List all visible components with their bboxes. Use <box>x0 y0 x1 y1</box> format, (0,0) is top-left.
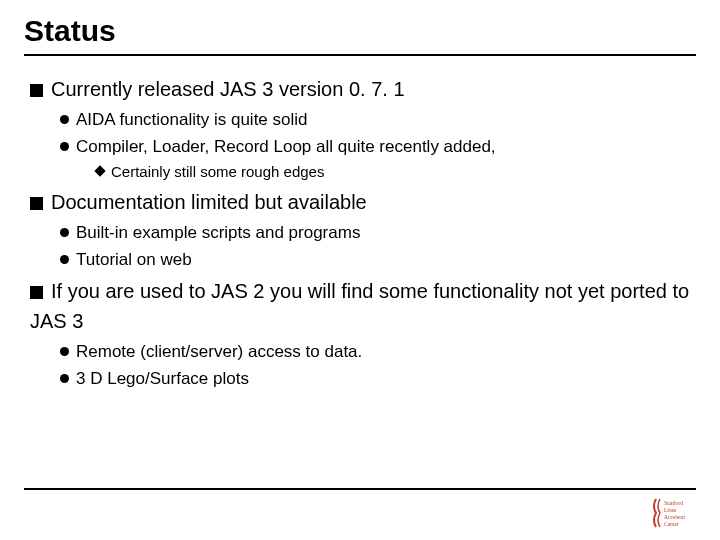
slac-logo: Stanford Linea Accelerat Center <box>650 496 696 530</box>
bullet-l1: Documentation limited but available <box>30 187 696 217</box>
bullet-l2: Tutorial on web <box>60 248 696 273</box>
bullet-text: Built-in example scripts and programs <box>76 223 360 242</box>
dot-bullet-icon <box>60 374 69 383</box>
bullet-l3: Certainly still some rough edges <box>96 161 696 183</box>
logo-text-line: Linea <box>664 507 677 513</box>
logo-icon <box>654 499 660 527</box>
footer-rule <box>24 488 696 490</box>
dot-bullet-icon <box>60 347 69 356</box>
bullet-l2: AIDA functionality is quite solid <box>60 108 696 133</box>
logo-text-line: Center <box>664 521 679 527</box>
bullet-l2: Remote (client/server) access to data. <box>60 340 696 365</box>
diamond-bullet-icon <box>94 166 105 177</box>
bullet-l1: If you are used to JAS 2 you will find s… <box>30 276 696 336</box>
bullet-text: 3 D Lego/Surface plots <box>76 369 249 388</box>
square-bullet-icon <box>30 84 43 97</box>
bullet-text: If you are used to JAS 2 you will find s… <box>30 280 689 332</box>
dot-bullet-icon <box>60 142 69 151</box>
bullet-l2: Compiler, Loader, Record Loop all quite … <box>60 135 696 160</box>
square-bullet-icon <box>30 286 43 299</box>
bullet-l2: 3 D Lego/Surface plots <box>60 367 696 392</box>
slide: Status Currently released JAS 3 version … <box>0 0 720 540</box>
logo-text-line: Accelerat <box>664 514 686 520</box>
slide-title: Status <box>24 14 696 48</box>
slide-content: Currently released JAS 3 version 0. 7. 1… <box>24 74 696 392</box>
logo-text-line: Stanford <box>664 500 683 506</box>
bullet-l1: Currently released JAS 3 version 0. 7. 1 <box>30 74 696 104</box>
dot-bullet-icon <box>60 228 69 237</box>
title-rule <box>24 54 696 56</box>
bullet-text: AIDA functionality is quite solid <box>76 110 308 129</box>
dot-bullet-icon <box>60 255 69 264</box>
bullet-text: Compiler, Loader, Record Loop all quite … <box>76 137 496 156</box>
dot-bullet-icon <box>60 115 69 124</box>
square-bullet-icon <box>30 197 43 210</box>
bullet-text: Certainly still some rough edges <box>111 163 324 180</box>
bullet-text: Currently released JAS 3 version 0. 7. 1 <box>51 78 405 100</box>
bullet-text: Remote (client/server) access to data. <box>76 342 362 361</box>
bullet-text: Documentation limited but available <box>51 191 367 213</box>
bullet-l2: Built-in example scripts and programs <box>60 221 696 246</box>
bullet-text: Tutorial on web <box>76 250 192 269</box>
